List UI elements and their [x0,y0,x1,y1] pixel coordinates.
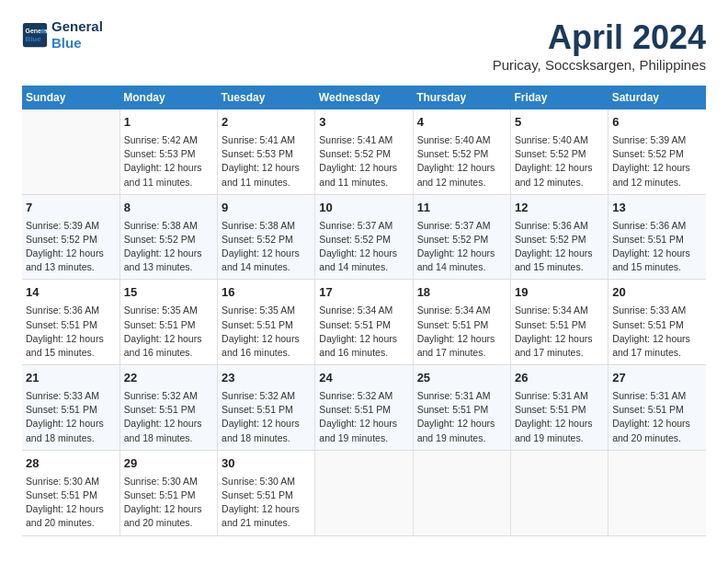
day-number: 28 [26,455,116,473]
day-info: Sunrise: 5:37 AM Sunset: 5:52 PM Dayligh… [417,219,506,275]
day-number: 9 [222,200,311,217]
day-info: Sunrise: 5:36 AM Sunset: 5:51 PM Dayligh… [26,304,116,360]
weekday-header-cell: Sunday [22,86,119,109]
calendar-day-cell: 28Sunrise: 5:30 AM Sunset: 5:51 PM Dayli… [22,450,119,535]
calendar-day-cell: 1Sunrise: 5:42 AM Sunset: 5:53 PM Daylig… [119,109,217,194]
day-number: 27 [612,370,702,387]
day-info: Sunrise: 5:36 AM Sunset: 5:52 PM Dayligh… [515,219,604,275]
weekday-header-cell: Friday [510,86,608,109]
calendar-day-cell: 4Sunrise: 5:40 AM Sunset: 5:52 PM Daylig… [413,109,510,194]
calendar-day-cell: 21Sunrise: 5:33 AM Sunset: 5:51 PM Dayli… [22,365,119,451]
calendar-week-row: 1Sunrise: 5:42 AM Sunset: 5:53 PM Daylig… [22,109,706,194]
calendar-table: SundayMondayTuesdayWednesdayThursdayFrid… [22,86,706,536]
day-number: 11 [417,200,506,217]
day-number: 7 [26,200,116,217]
day-number: 10 [319,200,408,217]
calendar-day-cell [510,450,608,535]
location-title: Puricay, Soccsksargen, Philippines [493,57,706,73]
calendar-week-row: 21Sunrise: 5:33 AM Sunset: 5:51 PM Dayli… [22,365,706,451]
day-number: 25 [417,370,506,387]
day-info: Sunrise: 5:36 AM Sunset: 5:51 PM Dayligh… [612,219,702,275]
calendar-week-row: 7Sunrise: 5:39 AM Sunset: 5:52 PM Daylig… [22,194,706,280]
calendar-day-cell: 15Sunrise: 5:35 AM Sunset: 5:51 PM Dayli… [119,280,217,365]
calendar-day-cell: 10Sunrise: 5:37 AM Sunset: 5:52 PM Dayli… [315,194,413,280]
day-number: 23 [222,370,311,387]
calendar-day-cell: 30Sunrise: 5:30 AM Sunset: 5:51 PM Dayli… [218,450,315,535]
calendar-day-cell: 23Sunrise: 5:32 AM Sunset: 5:51 PM Dayli… [218,365,315,451]
day-number: 24 [319,370,408,387]
day-info: Sunrise: 5:34 AM Sunset: 5:51 PM Dayligh… [319,304,408,360]
day-info: Sunrise: 5:31 AM Sunset: 5:51 PM Dayligh… [417,389,506,445]
calendar-day-cell: 2Sunrise: 5:41 AM Sunset: 5:53 PM Daylig… [218,109,315,194]
day-number: 15 [124,284,213,302]
day-number: 30 [222,455,311,473]
day-info: Sunrise: 5:30 AM Sunset: 5:51 PM Dayligh… [26,475,116,531]
calendar-day-cell: 8Sunrise: 5:38 AM Sunset: 5:52 PM Daylig… [119,194,217,280]
weekday-header-row: SundayMondayTuesdayWednesdayThursdayFrid… [22,86,706,109]
day-info: Sunrise: 5:35 AM Sunset: 5:51 PM Dayligh… [222,304,311,360]
day-number: 26 [515,370,604,387]
calendar-day-cell: 11Sunrise: 5:37 AM Sunset: 5:52 PM Dayli… [413,194,510,280]
month-title: April 2024 [493,18,706,57]
calendar-day-cell [22,109,119,194]
day-info: Sunrise: 5:32 AM Sunset: 5:51 PM Dayligh… [222,389,311,445]
day-info: Sunrise: 5:40 AM Sunset: 5:52 PM Dayligh… [417,133,506,190]
calendar-day-cell [609,450,706,535]
day-number: 14 [26,284,116,302]
day-info: Sunrise: 5:30 AM Sunset: 5:51 PM Dayligh… [124,475,213,531]
day-info: Sunrise: 5:38 AM Sunset: 5:52 PM Dayligh… [124,219,213,275]
day-info: Sunrise: 5:33 AM Sunset: 5:51 PM Dayligh… [612,304,702,360]
calendar-day-cell: 26Sunrise: 5:31 AM Sunset: 5:51 PM Dayli… [510,365,608,451]
calendar-day-cell: 18Sunrise: 5:34 AM Sunset: 5:51 PM Dayli… [413,280,510,365]
calendar-day-cell: 5Sunrise: 5:40 AM Sunset: 5:52 PM Daylig… [510,109,608,194]
day-info: Sunrise: 5:34 AM Sunset: 5:51 PM Dayligh… [515,304,604,360]
calendar-day-cell: 25Sunrise: 5:31 AM Sunset: 5:51 PM Dayli… [413,365,510,451]
weekday-header-cell: Saturday [609,86,706,109]
calendar-day-cell: 9Sunrise: 5:38 AM Sunset: 5:52 PM Daylig… [218,194,315,280]
day-number: 5 [515,114,604,132]
day-info: Sunrise: 5:38 AM Sunset: 5:52 PM Dayligh… [222,219,311,275]
day-number: 8 [124,200,213,217]
calendar-day-cell [413,450,510,535]
calendar-body: 1Sunrise: 5:42 AM Sunset: 5:53 PM Daylig… [22,109,706,535]
day-number: 18 [417,284,506,302]
day-number: 2 [222,114,311,132]
day-info: Sunrise: 5:33 AM Sunset: 5:51 PM Dayligh… [26,389,116,445]
svg-text:Blue: Blue [26,35,42,43]
calendar-day-cell: 16Sunrise: 5:35 AM Sunset: 5:51 PM Dayli… [218,280,315,365]
calendar-day-cell: 17Sunrise: 5:34 AM Sunset: 5:51 PM Dayli… [315,280,413,365]
calendar-week-row: 28Sunrise: 5:30 AM Sunset: 5:51 PM Dayli… [22,450,706,535]
day-number: 1 [124,114,213,132]
calendar-day-cell: 12Sunrise: 5:36 AM Sunset: 5:52 PM Dayli… [510,194,608,280]
weekday-header-cell: Wednesday [315,86,413,109]
calendar-day-cell: 24Sunrise: 5:32 AM Sunset: 5:51 PM Dayli… [315,365,413,451]
calendar-day-cell: 19Sunrise: 5:34 AM Sunset: 5:51 PM Dayli… [510,280,608,365]
calendar-day-cell: 7Sunrise: 5:39 AM Sunset: 5:52 PM Daylig… [22,194,119,280]
day-info: Sunrise: 5:41 AM Sunset: 5:52 PM Dayligh… [319,133,408,190]
day-number: 17 [319,284,408,302]
calendar-day-cell: 14Sunrise: 5:36 AM Sunset: 5:51 PM Dayli… [22,280,119,365]
calendar-day-cell: 3Sunrise: 5:41 AM Sunset: 5:52 PM Daylig… [315,109,413,194]
weekday-header-cell: Tuesday [218,86,315,109]
day-info: Sunrise: 5:34 AM Sunset: 5:51 PM Dayligh… [417,304,506,360]
day-info: Sunrise: 5:39 AM Sunset: 5:52 PM Dayligh… [612,133,702,190]
day-info: Sunrise: 5:32 AM Sunset: 5:51 PM Dayligh… [124,389,213,445]
day-number: 29 [124,455,213,473]
calendar-day-cell: 20Sunrise: 5:33 AM Sunset: 5:51 PM Dayli… [609,280,706,365]
page-header: General Blue General Blue April 2024 Pur… [22,18,706,82]
day-info: Sunrise: 5:39 AM Sunset: 5:52 PM Dayligh… [26,219,116,275]
weekday-header-cell: Monday [119,86,217,109]
day-info: Sunrise: 5:35 AM Sunset: 5:51 PM Dayligh… [124,304,213,360]
day-info: Sunrise: 5:42 AM Sunset: 5:53 PM Dayligh… [124,133,213,190]
day-info: Sunrise: 5:32 AM Sunset: 5:51 PM Dayligh… [319,389,408,445]
day-info: Sunrise: 5:41 AM Sunset: 5:53 PM Dayligh… [222,133,311,190]
day-info: Sunrise: 5:37 AM Sunset: 5:52 PM Dayligh… [319,219,408,275]
day-number: 22 [124,370,213,387]
day-number: 21 [26,370,116,387]
day-number: 6 [612,114,702,132]
day-info: Sunrise: 5:31 AM Sunset: 5:51 PM Dayligh… [515,389,604,445]
calendar-day-cell: 6Sunrise: 5:39 AM Sunset: 5:52 PM Daylig… [609,109,706,194]
day-number: 12 [515,200,604,217]
day-info: Sunrise: 5:31 AM Sunset: 5:51 PM Dayligh… [612,389,702,445]
weekday-header-cell: Thursday [413,86,510,109]
